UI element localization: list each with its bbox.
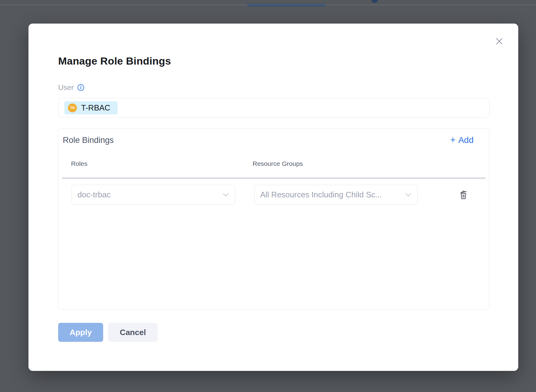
role-bindings-panel: Role Bindings + Add Roles Resource Group… (58, 129, 489, 310)
user-chip[interactable]: TR T-RBAC (64, 101, 118, 114)
user-field-label-row: User (58, 84, 84, 91)
role-bindings-heading: Role Bindings (63, 136, 114, 145)
add-binding-label: Add (458, 135, 474, 145)
user-avatar: TR (68, 103, 77, 112)
binding-row: doc-trbac All Resources Including Child … (58, 185, 489, 205)
info-circle-icon[interactable] (77, 84, 84, 91)
delete-binding-button[interactable] (457, 188, 470, 201)
add-binding-button[interactable]: + Add (450, 135, 474, 145)
user-input[interactable]: TR T-RBAC (58, 98, 490, 118)
column-header-resource-groups: Resource Groups (253, 160, 303, 167)
modal-title: Manage Role Bindings (58, 55, 171, 67)
notification-badge-partial (371, 0, 378, 3)
manage-role-bindings-modal: Manage Role Bindings User TR T-RBAC Role… (28, 24, 518, 371)
column-header-roles: Roles (71, 160, 88, 167)
role-select[interactable]: doc-trbac (72, 185, 235, 205)
close-icon (495, 37, 504, 46)
resource-group-select[interactable]: All Resources Including Child Sc... (254, 185, 418, 205)
apply-button[interactable]: Apply (58, 323, 103, 342)
cancel-button[interactable]: Cancel (108, 323, 158, 342)
header-divider (62, 178, 485, 178)
plus-icon: + (450, 135, 456, 144)
role-select-value: doc-trbac (77, 190, 111, 200)
resource-group-select-value: All Resources Including Child Sc... (260, 190, 382, 200)
trash-icon (459, 189, 468, 200)
user-field-label: User (58, 83, 74, 92)
close-button[interactable] (493, 35, 505, 47)
chevron-down-icon (405, 193, 411, 197)
user-chip-name: T-RBAC (81, 103, 110, 113)
chevron-down-icon (223, 193, 229, 197)
page-divider-line (0, 5, 536, 5)
